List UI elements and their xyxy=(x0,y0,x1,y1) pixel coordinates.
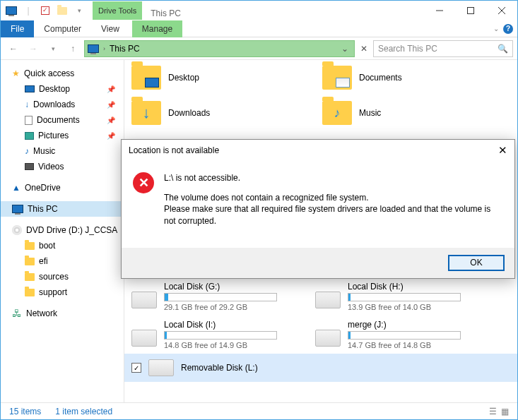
desktop-icon xyxy=(25,85,35,92)
maximize-button[interactable] xyxy=(455,1,486,20)
recent-locations-icon[interactable]: ▾ xyxy=(45,40,61,57)
folder-icon xyxy=(25,258,35,265)
nav-boot[interactable]: boot xyxy=(1,238,124,253)
status-selected-count: 1 item selected xyxy=(55,407,112,416)
pin-icon: 📌 xyxy=(107,116,115,124)
dialog-message-1: L:\ is not accessible. xyxy=(164,172,503,184)
nav-onedrive[interactable]: ▲OneDrive xyxy=(1,180,124,196)
nav-dvd-drive[interactable]: DVD Drive (D:) J_CCSA xyxy=(1,222,124,238)
navigation-pane: ★Quick access Desktop📌 ↓Downloads📌 Docum… xyxy=(1,60,124,402)
breadcrumb-chevron-icon[interactable]: › xyxy=(103,45,105,52)
disc-icon xyxy=(12,225,22,235)
close-button[interactable] xyxy=(486,1,517,20)
checkbox[interactable]: ✓ xyxy=(131,363,141,373)
folder-icon: ↓ xyxy=(131,101,161,125)
folder-documents[interactable]: Documents xyxy=(322,66,478,90)
properties-icon[interactable]: ✓ xyxy=(37,3,53,18)
drive-icon xyxy=(148,359,174,376)
error-dialog: Location is not available ✕ ✕ L:\ is not… xyxy=(121,139,515,279)
pictures-icon xyxy=(25,132,34,140)
address-dropdown-icon[interactable]: ⌄ xyxy=(339,44,351,54)
tab-view[interactable]: View xyxy=(91,20,129,37)
tab-computer[interactable]: Computer xyxy=(34,20,91,37)
nav-support[interactable]: support xyxy=(1,284,124,300)
svg-rect-1 xyxy=(468,8,474,14)
drive-h[interactable]: Local Disk (H:) 13.9 GB free of 14.0 GB xyxy=(315,282,478,311)
search-input[interactable]: Search This PC 🔍 xyxy=(373,40,513,57)
minimize-button[interactable] xyxy=(424,1,455,20)
folder-desktop[interactable]: Desktop xyxy=(131,66,287,90)
cloud-icon: ▲ xyxy=(12,183,20,193)
star-icon: ★ xyxy=(12,68,20,78)
dialog-title: Location is not available xyxy=(129,145,219,155)
window-title: This PC xyxy=(142,7,189,20)
folder-icon xyxy=(25,242,35,250)
breadcrumb[interactable]: This PC xyxy=(110,44,140,54)
drive-icon xyxy=(131,292,157,308)
folder-icon xyxy=(131,66,161,90)
pin-icon: 📌 xyxy=(107,101,115,109)
search-placeholder: Search This PC xyxy=(378,44,437,54)
nav-desktop[interactable]: Desktop📌 xyxy=(1,81,124,97)
nav-network[interactable]: 🖧Network xyxy=(1,306,124,321)
ribbon: File Computer View Manage ⌄ ? xyxy=(1,20,517,37)
folder-icon: ♪ xyxy=(322,101,352,125)
error-icon: ✕ xyxy=(133,172,154,193)
pc-icon xyxy=(12,205,23,213)
nav-downloads[interactable]: ↓Downloads📌 xyxy=(1,97,124,112)
app-icon[interactable] xyxy=(4,3,19,18)
nav-documents[interactable]: Documents📌 xyxy=(1,112,124,128)
details-view-icon[interactable]: ☰ xyxy=(489,407,497,416)
nav-videos[interactable]: Videos xyxy=(1,159,124,174)
drive-g[interactable]: Local Disk (G:) 29.1 GB free of 29.2 GB xyxy=(131,282,294,311)
tab-file[interactable]: File xyxy=(1,20,34,37)
nav-quick-access[interactable]: ★Quick access xyxy=(1,66,124,81)
tab-manage[interactable]: Manage xyxy=(132,20,182,37)
address-bar[interactable]: › This PC ⌄ xyxy=(84,40,355,57)
nav-music[interactable]: ♪Music xyxy=(1,143,124,159)
nav-pictures[interactable]: Pictures📌 xyxy=(1,128,124,143)
nav-efi[interactable]: efi xyxy=(1,253,124,269)
ok-button[interactable]: OK xyxy=(448,255,505,271)
downloads-icon: ↓ xyxy=(25,100,29,109)
documents-icon xyxy=(25,116,33,125)
capacity-bar xyxy=(348,331,461,340)
refresh-button[interactable]: ✕ xyxy=(358,40,370,57)
qat-dropdown-icon[interactable]: ▾ xyxy=(71,3,87,18)
contextual-tab-drive-tools[interactable]: Drive Tools xyxy=(93,1,142,20)
drive-icon xyxy=(315,292,341,308)
new-folder-icon[interactable] xyxy=(54,3,70,18)
address-bar-row: ← → ▾ ↑ › This PC ⌄ ✕ Search This PC 🔍 xyxy=(1,37,517,60)
capacity-bar xyxy=(164,293,277,301)
titlebar: | ✓ ▾ Drive Tools This PC xyxy=(1,1,517,20)
nav-this-pc[interactable]: This PC xyxy=(1,201,124,217)
dialog-close-button[interactable]: ✕ xyxy=(498,144,507,157)
pin-icon: 📌 xyxy=(107,132,115,140)
up-button[interactable]: ↑ xyxy=(64,40,81,57)
videos-icon xyxy=(25,163,34,170)
large-icons-view-icon[interactable]: ▦ xyxy=(501,407,509,416)
drive-i[interactable]: Local Disk (I:) 14.8 GB free of 14.9 GB xyxy=(131,320,294,349)
capacity-bar xyxy=(348,293,461,301)
folder-icon xyxy=(322,66,352,90)
ribbon-expand-icon[interactable]: ⌄ xyxy=(493,25,499,32)
pin-icon: 📌 xyxy=(107,85,115,93)
back-button[interactable]: ← xyxy=(5,40,22,57)
folder-icon xyxy=(25,273,35,281)
network-icon: 🖧 xyxy=(12,308,22,319)
capacity-bar xyxy=(164,331,277,340)
help-icon[interactable]: ? xyxy=(503,24,513,34)
nav-sources[interactable]: sources xyxy=(1,269,124,284)
music-icon: ♪ xyxy=(25,146,29,156)
location-icon xyxy=(88,44,99,53)
forward-button[interactable]: → xyxy=(25,40,42,57)
drive-icon xyxy=(315,330,341,347)
quick-access-toolbar: | ✓ ▾ xyxy=(1,3,90,18)
folder-icon xyxy=(25,289,35,296)
status-bar: 15 items 1 item selected ☰ ▦ xyxy=(1,402,517,419)
drive-j[interactable]: merge (J:) 14.7 GB free of 14.8 GB xyxy=(315,320,478,349)
folder-downloads[interactable]: ↓ Downloads xyxy=(131,101,287,125)
folder-music[interactable]: ♪ Music xyxy=(322,101,478,125)
dialog-message-2: The volume does not contain a recognized… xyxy=(164,192,503,227)
drive-l-removable[interactable]: ✓ Removable Disk (L:) xyxy=(124,354,517,382)
